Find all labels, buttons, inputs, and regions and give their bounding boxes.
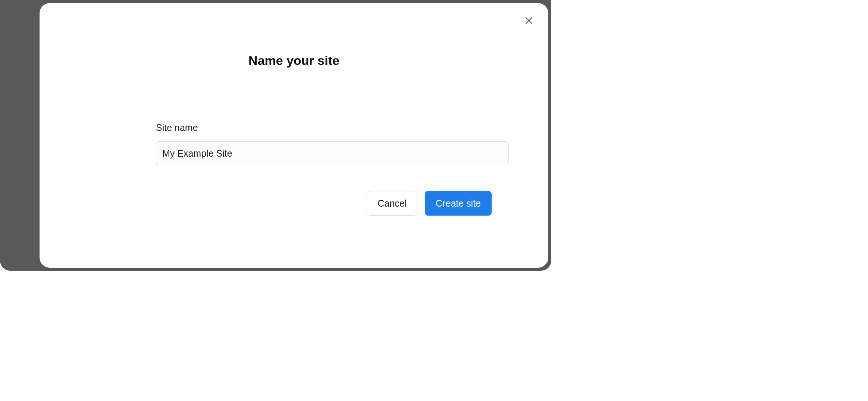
site-name-input[interactable]	[156, 141, 509, 165]
close-icon	[524, 16, 533, 26]
modal-actions: Cancel Create site	[367, 191, 492, 216]
name-site-modal: Name your site Site name Cancel Create s…	[40, 3, 548, 268]
site-name-label: Site name	[156, 122, 509, 133]
create-site-button[interactable]: Create site	[425, 191, 492, 216]
outer-frame: Name your site Site name Cancel Create s…	[0, 0, 551, 271]
site-name-form: Site name	[156, 122, 509, 165]
cancel-button[interactable]: Cancel	[367, 191, 417, 216]
close-button[interactable]	[521, 13, 536, 28]
modal-title: Name your site	[40, 53, 548, 68]
